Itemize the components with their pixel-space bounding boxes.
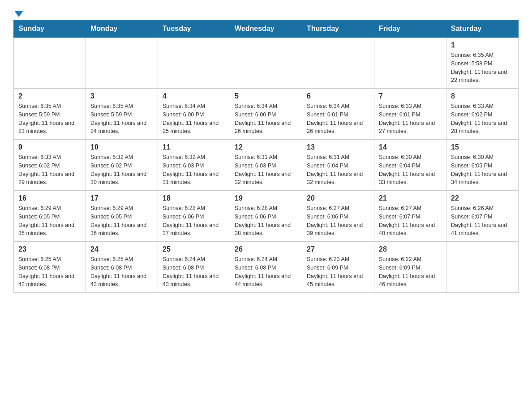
day-of-week-header: Tuesday <box>158 20 230 38</box>
calendar-cell: 2Sunrise: 6:35 AMSunset: 5:59 PMDaylight… <box>14 89 86 140</box>
day-info: Sunrise: 6:34 AMSunset: 6:00 PMDaylight:… <box>163 102 225 136</box>
calendar-cell: 19Sunrise: 6:28 AMSunset: 6:06 PMDayligh… <box>230 191 302 242</box>
day-info: Sunrise: 6:31 AMSunset: 6:03 PMDaylight:… <box>235 153 297 187</box>
day-number: 6 <box>307 92 369 100</box>
day-number: 1 <box>451 41 514 49</box>
day-number: 18 <box>163 194 225 202</box>
day-info: Sunrise: 6:35 AMSunset: 5:59 PMDaylight:… <box>90 102 153 136</box>
calendar-cell: 9Sunrise: 6:33 AMSunset: 6:02 PMDaylight… <box>14 140 86 191</box>
day-number: 11 <box>163 143 225 151</box>
calendar-cell: 1Sunrise: 6:35 AMSunset: 5:58 PMDaylight… <box>446 38 519 89</box>
calendar-cell: 27Sunrise: 6:23 AMSunset: 6:09 PMDayligh… <box>302 242 374 293</box>
day-of-week-header: Saturday <box>446 20 519 38</box>
day-info: Sunrise: 6:30 AMSunset: 6:05 PMDaylight:… <box>451 153 514 187</box>
day-number: 3 <box>90 92 153 100</box>
calendar-cell: 12Sunrise: 6:31 AMSunset: 6:03 PMDayligh… <box>230 140 302 191</box>
calendar-cell: 21Sunrise: 6:27 AMSunset: 6:07 PMDayligh… <box>374 191 446 242</box>
day-info: Sunrise: 6:35 AMSunset: 5:59 PMDaylight:… <box>18 102 81 136</box>
day-number: 20 <box>307 194 369 202</box>
calendar-cell <box>14 38 86 89</box>
day-of-week-header: Wednesday <box>230 20 302 38</box>
calendar-cell: 14Sunrise: 6:30 AMSunset: 6:04 PMDayligh… <box>374 140 446 191</box>
logo-triangle-icon <box>14 11 23 17</box>
calendar-week-row: 23Sunrise: 6:25 AMSunset: 6:08 PMDayligh… <box>14 242 519 293</box>
day-info: Sunrise: 6:33 AMSunset: 6:01 PMDaylight:… <box>379 102 442 136</box>
day-of-week-header: Sunday <box>14 20 86 38</box>
calendar-cell: 4Sunrise: 6:34 AMSunset: 6:00 PMDaylight… <box>158 89 230 140</box>
day-info: Sunrise: 6:31 AMSunset: 6:04 PMDaylight:… <box>307 153 369 187</box>
day-number: 7 <box>379 92 442 100</box>
day-number: 16 <box>18 194 81 202</box>
calendar-week-row: 2Sunrise: 6:35 AMSunset: 5:59 PMDaylight… <box>14 89 519 140</box>
day-info: Sunrise: 6:27 AMSunset: 6:07 PMDaylight:… <box>379 204 442 238</box>
calendar-cell: 18Sunrise: 6:28 AMSunset: 6:06 PMDayligh… <box>158 191 230 242</box>
day-number: 19 <box>235 194 297 202</box>
calendar-cell: 20Sunrise: 6:27 AMSunset: 6:06 PMDayligh… <box>302 191 374 242</box>
calendar-cell: 10Sunrise: 6:32 AMSunset: 6:02 PMDayligh… <box>86 140 158 191</box>
day-info: Sunrise: 6:24 AMSunset: 6:08 PMDaylight:… <box>163 255 225 289</box>
calendar-header-row: SundayMondayTuesdayWednesdayThursdayFrid… <box>14 20 519 38</box>
calendar-cell <box>446 242 519 293</box>
day-number: 13 <box>307 143 369 151</box>
calendar-cell <box>302 38 374 89</box>
calendar-cell: 26Sunrise: 6:24 AMSunset: 6:08 PMDayligh… <box>230 242 302 293</box>
calendar-cell: 11Sunrise: 6:32 AMSunset: 6:03 PMDayligh… <box>158 140 230 191</box>
day-number: 23 <box>18 245 81 253</box>
calendar-cell: 16Sunrise: 6:29 AMSunset: 6:05 PMDayligh… <box>14 191 86 242</box>
day-number: 25 <box>163 245 225 253</box>
day-number: 14 <box>379 143 442 151</box>
day-number: 12 <box>235 143 297 151</box>
calendar-cell: 7Sunrise: 6:33 AMSunset: 6:01 PMDaylight… <box>374 89 446 140</box>
calendar-week-row: 9Sunrise: 6:33 AMSunset: 6:02 PMDaylight… <box>14 140 519 191</box>
calendar-week-row: 16Sunrise: 6:29 AMSunset: 6:05 PMDayligh… <box>14 191 519 242</box>
day-info: Sunrise: 6:28 AMSunset: 6:06 PMDaylight:… <box>163 204 225 238</box>
calendar-cell: 22Sunrise: 6:26 AMSunset: 6:07 PMDayligh… <box>446 191 519 242</box>
day-of-week-header: Thursday <box>302 20 374 38</box>
calendar-cell <box>374 38 446 89</box>
day-info: Sunrise: 6:27 AMSunset: 6:06 PMDaylight:… <box>307 204 369 238</box>
day-info: Sunrise: 6:33 AMSunset: 6:02 PMDaylight:… <box>18 153 81 187</box>
day-number: 15 <box>451 143 514 151</box>
calendar-cell: 13Sunrise: 6:31 AMSunset: 6:04 PMDayligh… <box>302 140 374 191</box>
day-info: Sunrise: 6:29 AMSunset: 6:05 PMDaylight:… <box>18 204 81 238</box>
day-number: 9 <box>18 143 81 151</box>
calendar-cell: 15Sunrise: 6:30 AMSunset: 6:05 PMDayligh… <box>446 140 519 191</box>
day-info: Sunrise: 6:32 AMSunset: 6:03 PMDaylight:… <box>163 153 225 187</box>
day-number: 10 <box>90 143 153 151</box>
calendar-cell <box>158 38 230 89</box>
calendar-table: SundayMondayTuesdayWednesdayThursdayFrid… <box>13 20 519 293</box>
day-info: Sunrise: 6:33 AMSunset: 6:02 PMDaylight:… <box>451 102 514 136</box>
calendar-cell: 8Sunrise: 6:33 AMSunset: 6:02 PMDaylight… <box>446 89 519 140</box>
calendar-cell <box>230 38 302 89</box>
day-number: 8 <box>451 92 514 100</box>
day-info: Sunrise: 6:35 AMSunset: 5:58 PMDaylight:… <box>451 51 514 85</box>
day-info: Sunrise: 6:23 AMSunset: 6:09 PMDaylight:… <box>307 255 369 289</box>
calendar-cell: 25Sunrise: 6:24 AMSunset: 6:08 PMDayligh… <box>158 242 230 293</box>
calendar-cell: 6Sunrise: 6:34 AMSunset: 6:01 PMDaylight… <box>302 89 374 140</box>
day-info: Sunrise: 6:32 AMSunset: 6:02 PMDaylight:… <box>90 153 153 187</box>
day-number: 22 <box>451 194 514 202</box>
day-info: Sunrise: 6:30 AMSunset: 6:04 PMDaylight:… <box>379 153 442 187</box>
calendar-cell: 24Sunrise: 6:25 AMSunset: 6:08 PMDayligh… <box>86 242 158 293</box>
day-number: 27 <box>307 245 369 253</box>
day-number: 24 <box>90 245 153 253</box>
day-info: Sunrise: 6:28 AMSunset: 6:06 PMDaylight:… <box>235 204 297 238</box>
day-info: Sunrise: 6:34 AMSunset: 6:01 PMDaylight:… <box>307 102 369 136</box>
calendar-cell: 3Sunrise: 6:35 AMSunset: 5:59 PMDaylight… <box>86 89 158 140</box>
day-info: Sunrise: 6:34 AMSunset: 6:00 PMDaylight:… <box>235 102 297 136</box>
day-number: 5 <box>235 92 297 100</box>
calendar-week-row: 1Sunrise: 6:35 AMSunset: 5:58 PMDaylight… <box>14 38 519 89</box>
calendar-cell <box>86 38 158 89</box>
day-of-week-header: Friday <box>374 20 446 38</box>
day-number: 26 <box>235 245 297 253</box>
day-info: Sunrise: 6:26 AMSunset: 6:07 PMDaylight:… <box>451 204 514 238</box>
calendar-cell: 28Sunrise: 6:22 AMSunset: 6:09 PMDayligh… <box>374 242 446 293</box>
day-number: 2 <box>18 92 81 100</box>
day-number: 21 <box>379 194 442 202</box>
day-number: 17 <box>90 194 153 202</box>
day-info: Sunrise: 6:29 AMSunset: 6:05 PMDaylight:… <box>90 204 153 238</box>
day-number: 28 <box>379 245 442 253</box>
calendar-cell: 5Sunrise: 6:34 AMSunset: 6:00 PMDaylight… <box>230 89 302 140</box>
day-info: Sunrise: 6:22 AMSunset: 6:09 PMDaylight:… <box>379 255 442 289</box>
day-of-week-header: Monday <box>86 20 158 38</box>
